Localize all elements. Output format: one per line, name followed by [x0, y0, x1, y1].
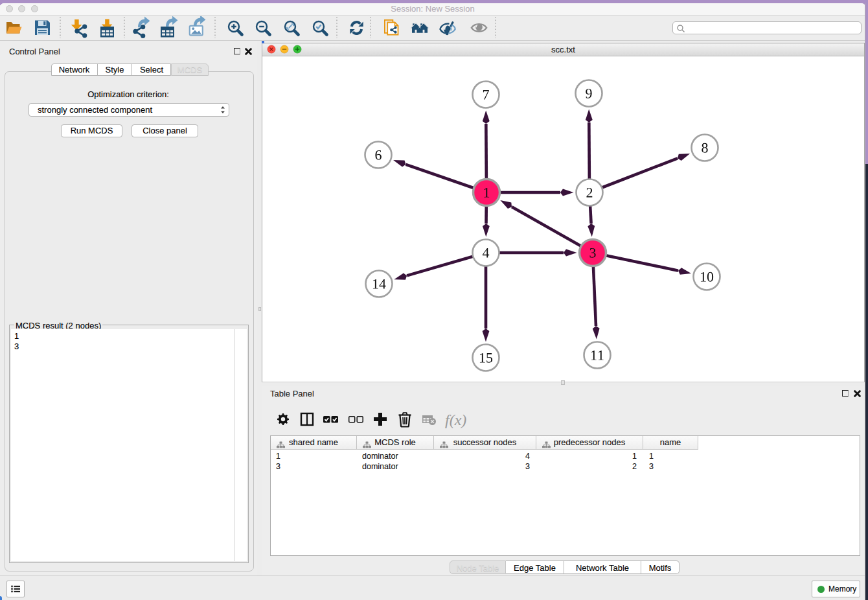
svg-text:f(x): f(x) [445, 411, 466, 428]
